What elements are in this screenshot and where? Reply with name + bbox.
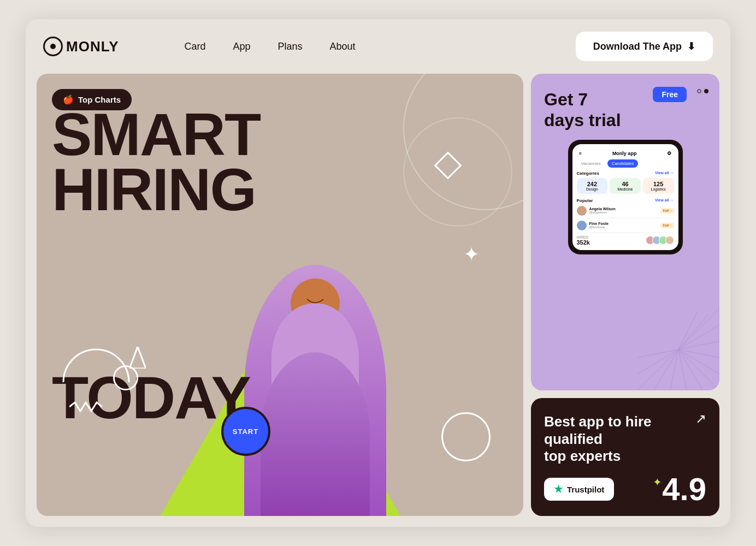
phone-hired-avatars (648, 236, 674, 245)
page-wrapper: MONLY Card App Plans About Download The … (26, 19, 730, 527)
nav-item-app[interactable]: App (233, 41, 251, 52)
phone-hired-info: HIRED 352k (577, 235, 590, 246)
svg-line-11 (670, 349, 678, 390)
arrow-icon: ↗ (695, 411, 706, 426)
phone-cat-design: 242 Design (577, 178, 608, 194)
phone-app-label: Monly app (612, 151, 637, 156)
hero-title-line1: SMART (52, 106, 508, 162)
svg-line-15 (637, 349, 678, 358)
start-label: START (233, 428, 258, 436)
header: MONLY Card App Plans About Download The … (26, 19, 730, 74)
download-button[interactable]: Download The App ⬇ (576, 32, 713, 61)
deco-triangle (129, 347, 146, 369)
nav: Card App Plans About (185, 41, 356, 52)
deco-half-circle (61, 347, 132, 385)
phone-top-badge-2: TOP ↑ (660, 223, 674, 228)
rating-number: 4.9 (662, 473, 706, 505)
trial-panel: Get 7 days trial Free ≡ Monly app ⚙ (531, 74, 719, 390)
deco-star: ✦ (463, 243, 480, 266)
deco-zigzag (69, 401, 102, 412)
phone-person-info-2: Finn Foste @finnfoste (589, 222, 658, 229)
apple-icon: 🍎 (63, 94, 74, 105)
svg-line-1 (678, 308, 719, 349)
svg-line-10 (678, 349, 687, 390)
nav-item-card[interactable]: Card (185, 41, 206, 52)
phone-categories: 242 Design 46 Medicine 125 Logistics (577, 178, 674, 194)
deco-circle-lg (441, 412, 491, 461)
phone-tab-vacancies[interactable]: Vacancies (577, 159, 605, 168)
nav-item-plans[interactable]: Plans (278, 41, 303, 52)
hired-avatar-4 (665, 236, 674, 245)
rating-star-icon: ✦ (653, 476, 662, 489)
dots-indicator (697, 89, 708, 93)
svg-line-14 (637, 349, 678, 374)
svg-line-12 (654, 349, 678, 390)
logo-icon (43, 37, 63, 56)
svg-line-6 (678, 349, 719, 358)
svg-line-7 (678, 349, 719, 374)
phone-person-row-2: Finn Foste @finnfoste TOP ↑ (577, 221, 674, 233)
phone-tab-candidates[interactable]: Candidates (607, 159, 638, 168)
best-panel: Best app to hirequalifiedtop experts ↗ ★… (531, 398, 719, 516)
svg-line-8 (678, 349, 719, 390)
free-badge: Free (653, 87, 687, 102)
radial-lines-deco (637, 308, 719, 390)
right-panels: Get 7 days trial Free ≡ Monly app ⚙ (531, 74, 719, 516)
dot-active (704, 89, 708, 93)
phone-header: ≡ Monly app ⚙ (577, 149, 674, 159)
svg-marker-0 (129, 347, 146, 369)
best-title: Best app to hirequalifiedtop experts (544, 413, 706, 465)
content-area: 🍎 Top Charts SMART HIRING TODAY ✦ (26, 74, 730, 527)
phone-person-row-1: Angela Wilson @angwilson TOP ↑ (577, 206, 674, 218)
trustpilot-star: ★ (554, 483, 563, 495)
trustpilot-label: Trustpilot (567, 485, 604, 494)
rating-display: ✦ 4.9 (653, 473, 706, 505)
nav-item-about[interactable]: About (330, 41, 356, 52)
phone-top-badge-1: TOP ↑ (660, 208, 674, 213)
phone-categories-header: Categories View all → (577, 171, 674, 176)
logo: MONLY (43, 37, 119, 56)
svg-line-9 (678, 349, 703, 390)
phone-mockup: ≡ Monly app ⚙ Vacancies Candidates Categ… (568, 140, 683, 254)
hero-panel: 🍎 Top Charts SMART HIRING TODAY ✦ (37, 74, 523, 516)
phone-footer: HIRED 352k (577, 235, 674, 246)
phone-avatar-2 (577, 221, 587, 230)
start-button[interactable]: START (221, 407, 270, 456)
svg-line-13 (637, 349, 678, 390)
phone-cat-logistics: 125 Logistics (643, 178, 674, 194)
trustpilot-badge[interactable]: ★ Trustpilot (544, 478, 614, 501)
phone-person-info-1: Angela Wilson @angwilson (589, 207, 658, 214)
phone-avatar-1 (577, 206, 587, 216)
download-icon: ⬇ (687, 40, 695, 52)
logo-text: MONLY (66, 38, 119, 55)
top-charts-badge: 🍎 Top Charts (52, 89, 132, 110)
download-label: Download The App (593, 41, 682, 52)
phone-tabs: Vacancies Candidates (577, 159, 674, 168)
top-charts-label: Top Charts (78, 95, 121, 104)
phone-popular-header: Popular View all → (577, 198, 674, 203)
phone-cat-medicine: 46 Medicine (610, 178, 641, 194)
dot-inactive (697, 89, 701, 93)
phone-screen: ≡ Monly app ⚙ Vacancies Candidates Categ… (572, 144, 678, 250)
